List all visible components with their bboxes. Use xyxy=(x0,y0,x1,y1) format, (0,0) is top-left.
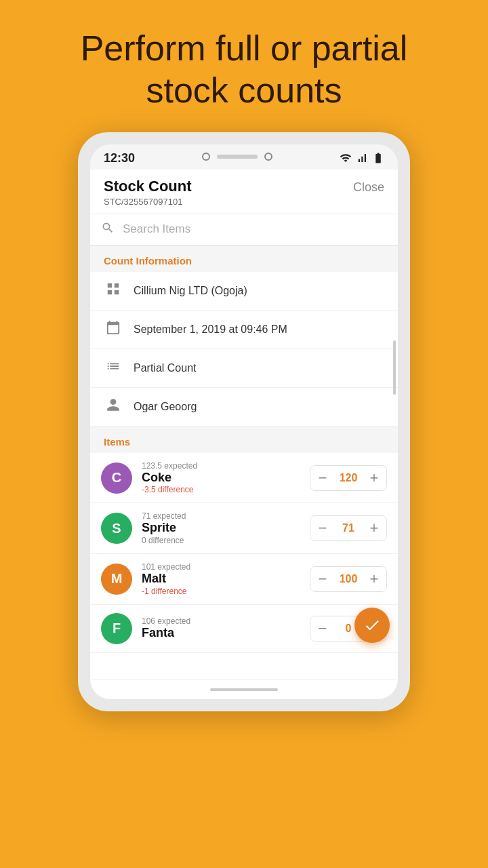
info-row-date: September 1, 2019 at 09:46 PM xyxy=(90,311,398,349)
qty-minus-coke[interactable]: − xyxy=(310,466,335,490)
qty-control-sprite: − 71 + xyxy=(310,515,387,541)
search-icon xyxy=(101,221,115,238)
name-fanta: Fanta xyxy=(142,626,300,641)
expected-sprite: 71 expected xyxy=(142,511,300,521)
app-subtitle: STC/325567097101 xyxy=(104,197,192,207)
avatar-fanta: F xyxy=(101,613,132,644)
name-malt: Malt xyxy=(142,572,300,587)
scrollbar xyxy=(393,340,396,395)
item-details-coke: 123.5 expected Coke -3.5 difference xyxy=(142,461,300,495)
qty-plus-coke[interactable]: + xyxy=(362,466,386,490)
item-row-sprite: S 71 expected Sprite 0 difference − 71 + xyxy=(90,503,398,554)
date-text: September 1, 2019 at 09:46 PM xyxy=(134,323,287,336)
item-details-malt: 101 expected Malt -1 difference xyxy=(142,562,300,596)
qty-value-coke: 120 xyxy=(335,472,362,484)
person-text: Ogar Geoorg xyxy=(134,401,197,413)
next-item-hint xyxy=(90,653,398,680)
status-icons xyxy=(340,152,384,164)
expected-fanta: 106 expected xyxy=(142,616,300,626)
qty-plus-malt[interactable]: + xyxy=(362,567,386,591)
item-row-fanta: F 106 expected Fanta − 0 + xyxy=(90,605,398,653)
name-coke: Coke xyxy=(142,471,300,486)
info-row-type: Partial Count xyxy=(90,349,398,388)
app-header: Stock Count STC/325567097101 Close xyxy=(90,170,398,214)
diff-coke: -3.5 difference xyxy=(142,485,300,494)
phone-screen: 12:30 Stock Count STC/325567097101 Clos xyxy=(90,144,398,699)
page-headline: Perform full or partial stock counts xyxy=(0,0,488,132)
company-text: Cillium Nig LTD (Ogoja) xyxy=(134,285,247,297)
bottom-handle xyxy=(210,688,278,691)
list-icon xyxy=(104,359,123,378)
close-button[interactable]: Close xyxy=(353,180,384,195)
item-row-coke: C 123.5 expected Coke -3.5 difference − … xyxy=(90,453,398,504)
expected-coke: 123.5 expected xyxy=(142,461,300,471)
confirm-fab[interactable] xyxy=(354,608,390,643)
notch-bar xyxy=(217,155,258,159)
qty-minus-malt[interactable]: − xyxy=(310,567,335,591)
header-left: Stock Count STC/325567097101 xyxy=(104,178,192,207)
avatar-coke: C xyxy=(101,462,132,494)
expected-malt: 101 expected xyxy=(142,562,300,572)
signal-icon xyxy=(356,152,368,164)
status-bar: 12:30 xyxy=(90,144,398,170)
info-row-company: Cillium Nig LTD (Ogoja) xyxy=(90,272,398,311)
qty-control-malt: − 100 + xyxy=(310,566,387,592)
count-type-text: Partial Count xyxy=(134,362,197,374)
item-details-fanta: 106 expected Fanta xyxy=(142,616,300,641)
status-time: 12:30 xyxy=(104,151,135,165)
qty-value-malt: 100 xyxy=(335,573,362,585)
phone-mockup: 12:30 Stock Count STC/325567097101 Clos xyxy=(78,132,410,711)
calendar-icon xyxy=(104,320,123,339)
search-svg xyxy=(101,221,115,235)
items-section-header: Items xyxy=(90,427,398,453)
info-row-person: Ogar Geoorg xyxy=(90,388,398,427)
qty-control-coke: − 120 + xyxy=(310,465,387,491)
search-placeholder: Search Items xyxy=(123,222,190,236)
qty-plus-sprite[interactable]: + xyxy=(362,516,386,540)
name-sprite: Sprite xyxy=(142,521,300,536)
item-row-malt: M 101 expected Malt -1 difference − 100 … xyxy=(90,554,398,605)
notch-area xyxy=(202,153,272,161)
diff-malt: -1 difference xyxy=(142,587,300,596)
avatar-sprite: S xyxy=(101,513,132,544)
item-details-sprite: 71 expected Sprite 0 difference xyxy=(142,511,300,545)
speaker-dot xyxy=(264,153,272,161)
camera-dot xyxy=(202,153,210,161)
check-icon xyxy=(363,616,381,634)
search-bar[interactable]: Search Items xyxy=(90,214,398,245)
qty-value-sprite: 71 xyxy=(335,522,362,534)
bottom-nav-bar xyxy=(90,680,398,699)
app-title: Stock Count xyxy=(104,178,192,195)
diff-sprite: 0 difference xyxy=(142,536,300,545)
qty-minus-sprite[interactable]: − xyxy=(310,516,335,540)
content-area: Count Information Cillium Nig LTD (Ogoja… xyxy=(90,245,398,680)
qty-minus-fanta[interactable]: − xyxy=(310,616,335,641)
battery-icon xyxy=(372,152,384,164)
person-icon xyxy=(104,397,123,416)
grid-icon xyxy=(104,281,123,300)
wifi-icon xyxy=(340,152,352,164)
avatar-malt: M xyxy=(101,564,132,595)
count-information-header: Count Information xyxy=(90,245,398,272)
